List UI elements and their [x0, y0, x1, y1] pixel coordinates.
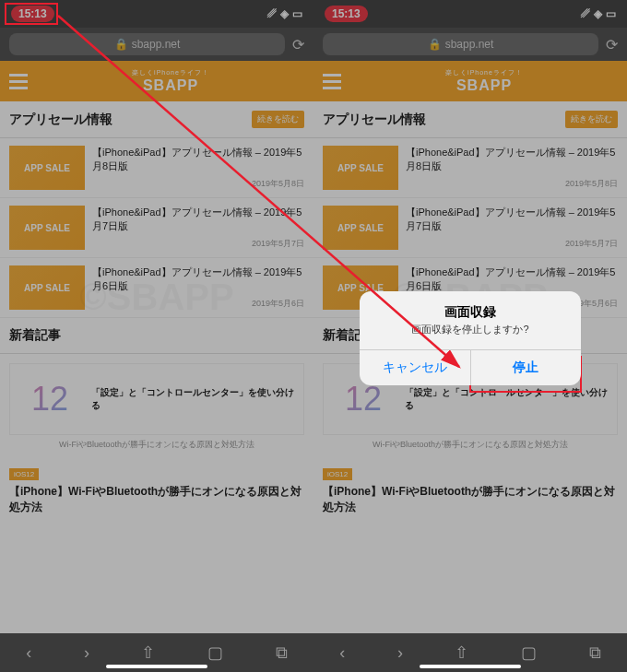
alert-title: 画面収録 [360, 291, 581, 323]
hamburger-icon[interactable] [9, 74, 28, 89]
battery-icon: ▭ [292, 7, 302, 20]
featured[interactable]: 12「設定」と「コントロールセンター」を使い分ける Wi-FiやBluetoot… [0, 354, 314, 464]
section-new: 新着記事 [0, 318, 314, 354]
app-sale-thumb: APP SALE [9, 206, 85, 250]
app-sale-thumb: APP SALE [323, 146, 398, 190]
list-item[interactable]: APP SALE【iPhone&iPad】アプリセール情報 – 2019年5月8… [314, 138, 627, 198]
lock-icon: 🔒 [114, 38, 128, 51]
list-item[interactable]: APP SALE【iPhone&iPad】アプリセール情報 – 2019年5月6… [0, 258, 314, 318]
signal-icon: ␥ [267, 7, 277, 20]
reload-icon[interactable]: ⟳ [292, 36, 304, 53]
site-logo[interactable]: 楽しくiPhoneライフ！SBAPP [37, 68, 304, 94]
share-icon[interactable]: ⇧ [455, 643, 468, 663]
list-item[interactable]: APP SALE【iPhone&iPad】アプリセール情報 – 2019年5月8… [0, 138, 314, 198]
ios12-icon: 12 [18, 371, 82, 427]
phone-left: 15:13 ␥ ◈ ▭ 🔒sbapp.net ⟳ 楽しくiPhoneライフ！SB… [0, 0, 314, 672]
bookmarks-icon[interactable]: ▢ [207, 643, 223, 663]
home-indicator[interactable] [106, 665, 207, 668]
read-more-button[interactable]: 続きを読む [252, 111, 304, 128]
url-field[interactable]: 🔒sbapp.net [9, 33, 285, 55]
cancel-button[interactable]: キャンセル [360, 350, 470, 385]
forward-icon[interactable]: › [84, 643, 89, 663]
article-title[interactable]: 【iPhone】Wi-FiやBluetoothが勝手にオンになる原因と対処方法 [0, 482, 314, 523]
app-sale-thumb: APP SALE [9, 265, 85, 310]
phone-right: 15:13␥◈▭ 🔒sbapp.net⟳ 楽しくiPhoneライフ！SBAPP … [314, 0, 627, 672]
home-indicator[interactable] [420, 665, 521, 668]
url-field[interactable]: 🔒sbapp.net [323, 33, 598, 55]
hamburger-icon[interactable] [323, 74, 341, 89]
address-bar: 🔒sbapp.net ⟳ [0, 28, 314, 61]
wifi-icon: ◈ [280, 7, 289, 20]
section-sale: アプリセール情報続きを読む [0, 101, 314, 138]
read-more-button[interactable]: 続きを読む [565, 111, 618, 128]
app-sale-thumb: APP SALE [9, 146, 85, 190]
app-sale-thumb: APP SALE [323, 206, 398, 250]
status-icons: ␥ ◈ ▭ [267, 7, 302, 20]
forward-icon[interactable]: › [397, 643, 403, 663]
tag-ios12[interactable]: iOS12 [9, 468, 39, 480]
sale-list-left: APP SALE【iPhone&iPad】アプリセール情報 – 2019年5月8… [0, 138, 314, 318]
back-icon[interactable]: ‹ [339, 643, 345, 663]
battery-icon: ▭ [606, 7, 616, 20]
site-header: 楽しくiPhoneライフ！SBAPP [0, 61, 314, 101]
list-item[interactable]: APP SALE【iPhone&iPad】アプリセール情報 – 2019年5月7… [314, 198, 627, 258]
lock-icon: 🔒 [428, 38, 442, 51]
site-logo[interactable]: 楽しくiPhoneライフ！SBAPP [350, 68, 618, 94]
back-icon[interactable]: ‹ [26, 643, 31, 663]
stop-button[interactable]: 停止 [470, 350, 582, 385]
wifi-icon: ◈ [594, 7, 602, 20]
alert-message: 画面収録を停止しますか? [360, 323, 581, 349]
reload-icon[interactable]: ⟳ [606, 36, 618, 53]
signal-icon: ␥ [581, 7, 590, 20]
tabs-icon[interactable]: ⧉ [276, 643, 288, 663]
bookmarks-icon[interactable]: ▢ [521, 643, 537, 663]
share-icon[interactable]: ⇧ [141, 643, 155, 663]
highlight-time [5, 3, 58, 25]
screen-recording-alert: 画面収録 画面収録を停止しますか? キャンセル停止 [360, 291, 581, 385]
time-pill[interactable]: 15:13 [325, 6, 368, 22]
tabs-icon[interactable]: ⧉ [589, 643, 601, 663]
list-item[interactable]: APP SALE【iPhone&iPad】アプリセール情報 – 2019年5月7… [0, 198, 314, 258]
